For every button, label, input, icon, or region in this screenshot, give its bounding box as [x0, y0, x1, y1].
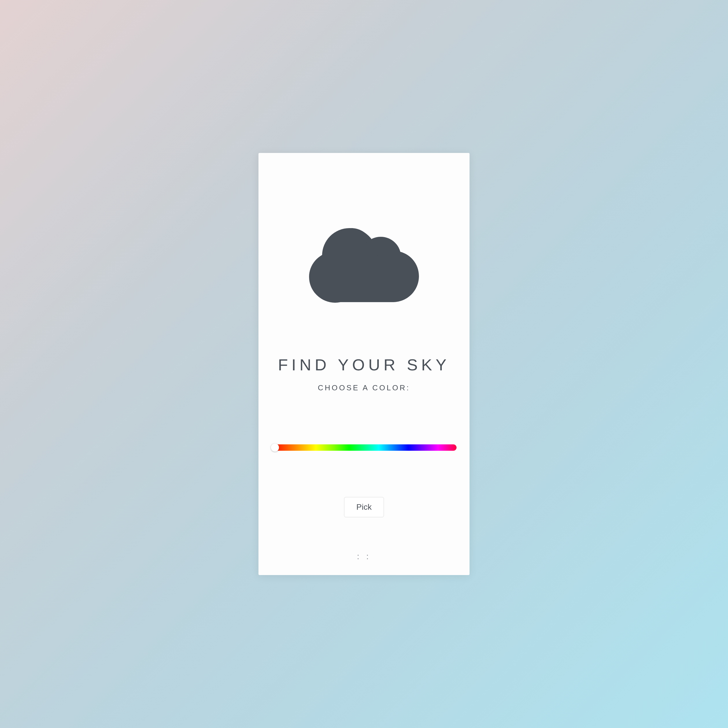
- hue-slider-thumb[interactable]: [271, 444, 279, 451]
- hue-slider-track: [271, 444, 457, 451]
- card-subtitle: CHOOSE A COLOR:: [318, 383, 410, 392]
- color-picker-card: FIND YOUR SKY CHOOSE A COLOR: Pick : :: [258, 153, 470, 575]
- hue-slider[interactable]: [271, 444, 457, 451]
- svg-rect-4: [335, 274, 392, 302]
- card-title: FIND YOUR SKY: [278, 355, 450, 374]
- pick-button[interactable]: Pick: [344, 497, 384, 517]
- footer-marker: : :: [357, 552, 371, 561]
- cloud-icon: [309, 228, 419, 303]
